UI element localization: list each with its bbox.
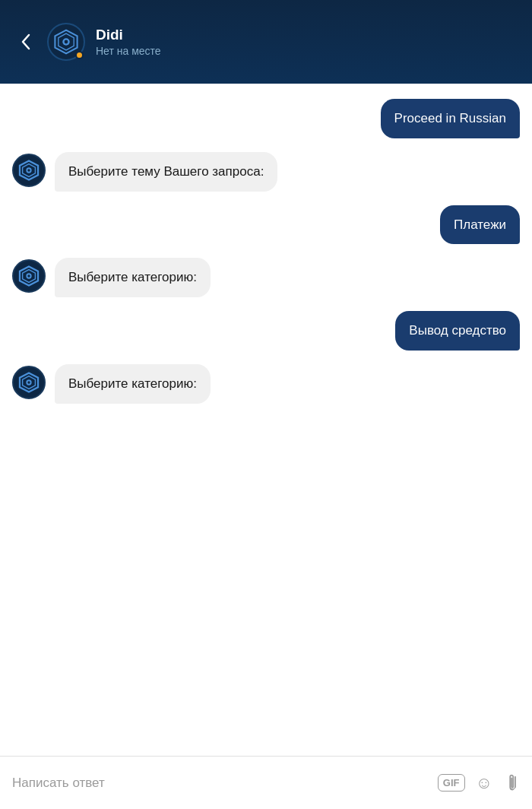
message-input[interactable] [12,776,427,791]
message-row: Выберите категорию: [12,364,520,404]
input-bar: GIF ☺ [0,756,532,809]
chat-area: Proceed in Russian Выберите тему Вашего … [0,84,532,756]
emoji-button[interactable]: ☺ [476,773,492,793]
message-bubble: Платежи [440,205,520,245]
message-bubble: Выберите категорию: [55,364,211,404]
gif-button[interactable]: GIF [438,774,465,792]
chat-header: Didi Нет на месте [0,0,532,84]
svg-point-11 [27,275,30,278]
message-bubble: Вывод средство [395,311,520,351]
message-bubble: Выберите тему Вашего запроса: [55,152,277,192]
bot-avatar [12,259,46,293]
message-row: Выберите тему Вашего запроса: [12,152,520,192]
message-bubble: Proceed in Russian [381,99,520,138]
avatar [47,23,85,61]
contact-status: Нет на месте [96,45,161,57]
header-info: Didi Нет на месте [96,27,161,57]
back-button[interactable] [15,27,36,56]
status-dot [75,51,84,59]
input-actions: GIF ☺ [438,773,520,793]
svg-point-3 [65,40,68,44]
message-row: Вывод средство [12,311,520,351]
svg-point-7 [27,169,30,171]
message-row: Платежи [12,205,520,245]
attachment-button[interactable] [499,769,525,796]
bot-avatar [12,154,46,187]
svg-point-15 [27,381,30,383]
message-bubble: Выберите категорию: [55,258,211,297]
message-row: Выберите категорию: [12,258,520,297]
message-row: Proceed in Russian [12,99,520,138]
bot-avatar [12,366,46,399]
contact-name: Didi [96,27,161,43]
